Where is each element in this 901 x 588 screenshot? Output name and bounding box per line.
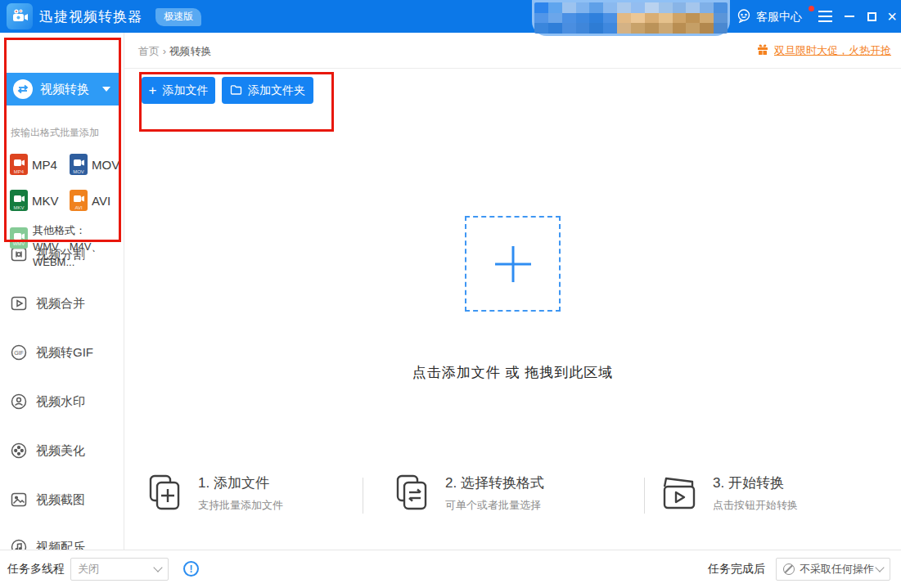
maximize-icon <box>867 12 876 21</box>
add-file-button[interactable]: + 添加文件 <box>142 77 215 104</box>
format-avi[interactable]: AVI AVI <box>70 190 110 211</box>
no-action-icon <box>783 563 795 575</box>
format-label: MP4 <box>32 158 57 172</box>
step-divider <box>363 478 363 514</box>
plus-icon-large <box>489 240 537 288</box>
gift-icon <box>756 43 769 58</box>
close-icon: × <box>887 8 897 25</box>
step-divider <box>644 478 645 514</box>
promo-link[interactable]: 双旦限时大促，火热开抢 <box>756 43 891 58</box>
merge-icon <box>10 294 28 312</box>
film-reel-icon <box>10 442 28 460</box>
title-bar: 迅捷视频转换器 极速版 客服中心 × <box>0 0 901 33</box>
service-center-label: 客服中心 <box>756 10 802 25</box>
mp4-file-icon: MP4 <box>10 154 28 175</box>
multithread-value: 关闭 <box>78 562 99 577</box>
add-file-step-icon <box>146 473 185 514</box>
redacted-account-area <box>532 0 730 36</box>
choose-format-step-icon <box>393 473 432 514</box>
minimize-button[interactable] <box>838 0 861 33</box>
mkv-file-icon: MKV <box>10 190 28 211</box>
after-task-value: 不采取任何操作 <box>800 562 874 577</box>
sidebar-item-video-to-gif[interactable]: GIF 视频转GIF <box>10 343 93 361</box>
step-add-file: 1. 添加文件 支持批量添加文件 <box>146 473 283 514</box>
menu-button[interactable] <box>818 11 832 25</box>
step3-desc: 点击按钮开始转换 <box>713 498 798 513</box>
format-other[interactable]: WMV 其他格式：WMV、M4V、WEBM... <box>10 222 121 271</box>
format-label: AVI <box>92 194 110 208</box>
notification-dot <box>809 6 814 11</box>
other-formats-label: 其他格式：WMV、M4V、WEBM... <box>33 222 121 271</box>
chevron-down-icon <box>153 563 162 572</box>
format-label: MOV <box>92 158 119 172</box>
step2-desc: 可单个或者批量选择 <box>445 498 544 513</box>
step1-title: 1. 添加文件 <box>198 474 283 492</box>
sidebar-item-video-screenshot[interactable]: 视频截图 <box>10 491 85 509</box>
step3-title: 3. 开始转换 <box>713 474 798 492</box>
add-folder-label: 添加文件夹 <box>248 83 305 98</box>
image-icon <box>10 491 28 509</box>
breadcrumb-current: 视频转换 <box>169 45 212 57</box>
multithread-label: 任务多线程 <box>7 562 65 577</box>
sidebar-item-video-convert[interactable]: 视频转换 <box>7 73 119 105</box>
after-task-label: 任务完成后 <box>708 562 765 577</box>
sidebar-item-label: 视频转GIF <box>36 345 93 361</box>
breadcrumb-separator: › <box>163 45 169 57</box>
drop-zone-hint: 点击添加文件 或 拖拽到此区域 <box>124 363 901 382</box>
multithread-select[interactable]: 关闭 <box>70 558 169 581</box>
breadcrumb-home[interactable]: 首页 <box>138 45 160 57</box>
svg-text:GIF: GIF <box>14 350 24 356</box>
mov-file-icon: MOV <box>70 154 88 175</box>
promo-text[interactable]: 双旦限时大促，火热开抢 <box>774 43 891 58</box>
status-bar: 任务多线程 关闭 ! 任务完成后 不采取任何操作 <box>0 550 901 588</box>
sidebar-item-video-beautify[interactable]: 视频美化 <box>10 442 85 460</box>
add-file-label: 添加文件 <box>162 83 208 98</box>
avi-file-icon: AVI <box>70 190 88 211</box>
wmv-file-icon: WMV <box>10 227 28 249</box>
breadcrumb: 首页 › 视频转换 <box>138 44 212 59</box>
sidebar-item-label: 视频合并 <box>36 296 85 312</box>
app-logo-icon <box>7 3 33 29</box>
close-button[interactable]: × <box>881 0 901 33</box>
format-mov[interactable]: MOV MOV <box>70 154 119 175</box>
watermark-icon <box>10 393 28 411</box>
edition-badge: 极速版 <box>155 8 201 26</box>
pixelated-mosaic <box>534 2 728 34</box>
step-choose-format: 2. 选择转换格式 可单个或者批量选择 <box>393 473 544 514</box>
step2-title: 2. 选择转换格式 <box>445 474 544 492</box>
breadcrumb-bar: 首页 › 视频转换 双旦限时大促，火热开抢 <box>124 33 901 69</box>
start-convert-step-icon <box>659 473 700 514</box>
sidebar-active-label: 视频转换 <box>40 82 89 97</box>
info-icon[interactable]: ! <box>183 561 199 577</box>
after-task-select[interactable]: 不采取任何操作 <box>776 558 890 581</box>
step1-desc: 支持批量添加文件 <box>198 498 283 513</box>
sidebar-item-label: 视频截图 <box>36 492 85 508</box>
format-label: MKV <box>32 194 59 208</box>
format-mkv[interactable]: MKV MKV <box>10 190 59 211</box>
format-mp4[interactable]: MP4 MP4 <box>10 154 57 175</box>
sidebar-item-label: 视频美化 <box>36 443 85 459</box>
minimize-icon <box>845 16 854 17</box>
file-drop-zone[interactable] <box>465 216 561 312</box>
service-center-button[interactable]: 客服中心 <box>737 8 802 25</box>
chevron-down-icon <box>875 563 884 572</box>
folder-icon <box>230 84 242 97</box>
app-title: 迅捷视频转换器 <box>39 7 142 26</box>
chevron-down-icon <box>102 87 110 92</box>
convert-swap-icon <box>13 79 33 99</box>
sidebar-item-label: 视频水印 <box>36 394 85 410</box>
batch-add-hint: 按输出格式批量添加 <box>11 126 99 140</box>
sidebar: 视频转换 按输出格式批量添加 MP4 MP4 MOV MOV MKV MKV A… <box>0 33 124 550</box>
plus-icon: + <box>149 83 157 97</box>
step-start-convert: 3. 开始转换 点击按钮开始转换 <box>659 473 798 514</box>
sidebar-item-video-watermark[interactable]: 视频水印 <box>10 393 85 411</box>
sidebar-item-video-merge[interactable]: 视频合并 <box>10 294 85 312</box>
add-folder-button[interactable]: 添加文件夹 <box>222 77 313 104</box>
maximize-button[interactable] <box>860 0 883 33</box>
gif-icon: GIF <box>10 343 28 361</box>
chat-bubble-icon <box>737 8 751 25</box>
